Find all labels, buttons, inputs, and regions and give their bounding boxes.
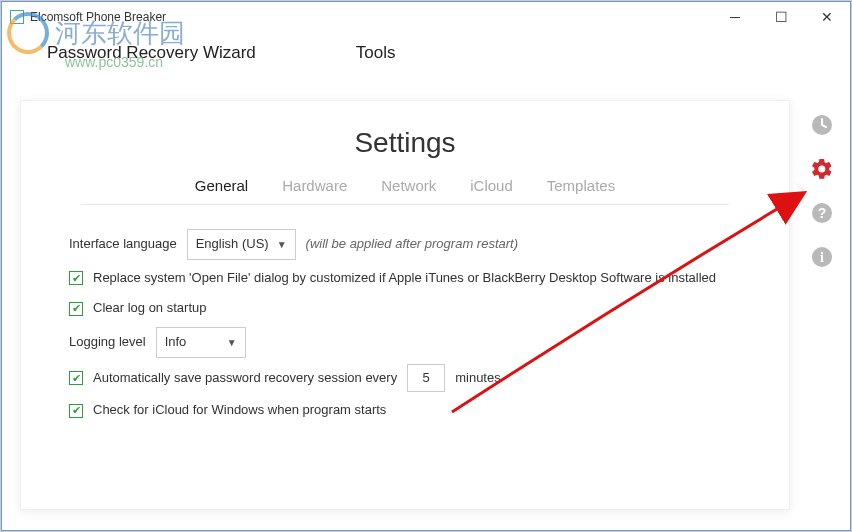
checkbox-clear-log[interactable]: ✔ bbox=[69, 302, 83, 316]
row-replace-dialog: ✔ Replace system 'Open File' dialog by c… bbox=[69, 266, 741, 291]
row-clear-log: ✔ Clear log on startup bbox=[69, 296, 741, 321]
minimize-button[interactable]: ─ bbox=[712, 3, 758, 31]
checkbox-check-icloud[interactable]: ✔ bbox=[69, 404, 83, 418]
checkbox-autosave[interactable]: ✔ bbox=[69, 371, 83, 385]
input-autosave-minutes[interactable]: 5 bbox=[407, 364, 445, 393]
settings-panel: Settings General Hardware Network iCloud… bbox=[20, 100, 790, 510]
select-logging-level[interactable]: Info ▼ bbox=[156, 327, 246, 358]
row-autosave: ✔ Automatically save password recovery s… bbox=[69, 364, 741, 393]
help-icon[interactable]: ? bbox=[809, 200, 835, 226]
label-language: Interface language bbox=[69, 232, 177, 257]
label-clear-log: Clear log on startup bbox=[93, 296, 206, 321]
settings-gear-icon[interactable] bbox=[809, 156, 835, 182]
chevron-down-icon: ▼ bbox=[227, 333, 237, 352]
tab-hardware[interactable]: Hardware bbox=[282, 177, 347, 194]
settings-body: Interface language English (US) ▼ (will … bbox=[21, 205, 789, 423]
select-logging-value: Info bbox=[165, 330, 187, 355]
row-logging-level: Logging level Info ▼ bbox=[69, 327, 741, 358]
menu-tools[interactable]: Tools bbox=[356, 43, 396, 63]
titlebar: Elcomsoft Phone Breaker ─ ☐ ✕ bbox=[2, 2, 850, 32]
label-autosave-prefix: Automatically save password recovery ses… bbox=[93, 366, 397, 391]
select-language-value: English (US) bbox=[196, 232, 269, 257]
tab-network[interactable]: Network bbox=[381, 177, 436, 194]
svg-text:?: ? bbox=[818, 205, 827, 221]
info-icon[interactable]: i bbox=[809, 244, 835, 270]
menubar: Password Recovery Wizard Tools bbox=[2, 32, 850, 74]
page-title: Settings bbox=[21, 127, 789, 159]
checkbox-replace-dialog[interactable]: ✔ bbox=[69, 271, 83, 285]
maximize-button[interactable]: ☐ bbox=[758, 3, 804, 31]
settings-tabs: General Hardware Network iCloud Template… bbox=[81, 177, 729, 205]
chevron-down-icon: ▼ bbox=[277, 235, 287, 254]
language-hint: (will be applied after program restart) bbox=[306, 232, 518, 257]
menu-password-recovery[interactable]: Password Recovery Wizard bbox=[47, 43, 256, 63]
window-title: Elcomsoft Phone Breaker bbox=[30, 10, 166, 24]
row-check-icloud: ✔ Check for iCloud for Windows when prog… bbox=[69, 398, 741, 423]
label-logging: Logging level bbox=[69, 330, 146, 355]
label-autosave-suffix: minutes bbox=[455, 366, 501, 391]
app-icon bbox=[10, 10, 24, 24]
tab-templates[interactable]: Templates bbox=[547, 177, 615, 194]
close-button[interactable]: ✕ bbox=[804, 3, 850, 31]
app-window: Elcomsoft Phone Breaker ─ ☐ ✕ Password R… bbox=[1, 1, 851, 531]
label-check-icloud: Check for iCloud for Windows when progra… bbox=[93, 398, 386, 423]
label-replace-dialog: Replace system 'Open File' dialog by cus… bbox=[93, 266, 716, 291]
tab-icloud[interactable]: iCloud bbox=[470, 177, 513, 194]
svg-text:i: i bbox=[820, 250, 824, 265]
select-language[interactable]: English (US) ▼ bbox=[187, 229, 296, 260]
tab-general[interactable]: General bbox=[195, 177, 248, 194]
right-sidebar: ? i bbox=[802, 112, 842, 270]
row-language: Interface language English (US) ▼ (will … bbox=[69, 229, 741, 260]
history-icon[interactable] bbox=[809, 112, 835, 138]
